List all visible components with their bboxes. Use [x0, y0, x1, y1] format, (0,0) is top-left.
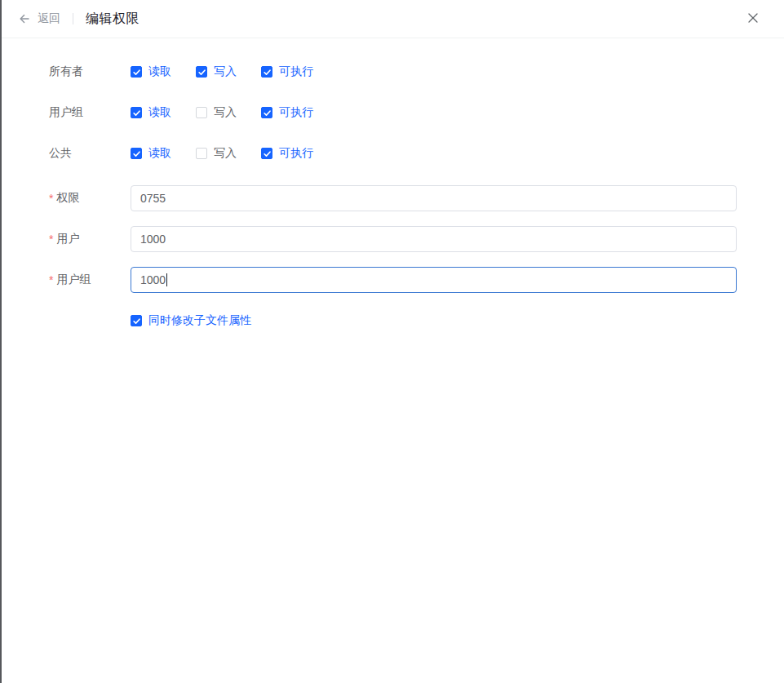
- checkbox-check-icon: [196, 107, 207, 118]
- permission-row-group: 用户组 读取 写入 可执行: [49, 104, 784, 122]
- required-asterisk: *: [49, 233, 53, 246]
- owner-read-checkbox[interactable]: 读取: [131, 64, 171, 79]
- user-input[interactable]: 1000: [131, 226, 737, 252]
- panel-header: 返回 编辑权限: [2, 0, 784, 38]
- checkbox-check-icon: [131, 107, 142, 118]
- group-read-checkbox[interactable]: 读取: [131, 105, 171, 120]
- required-asterisk: *: [49, 273, 53, 286]
- close-icon: [747, 12, 759, 26]
- checkbox-check-icon: [196, 66, 207, 78]
- group-execute-checkbox[interactable]: 可执行: [261, 105, 313, 120]
- public-read-checkbox[interactable]: 读取: [131, 146, 171, 161]
- checkbox-check-icon: [131, 66, 142, 78]
- required-asterisk: *: [49, 192, 53, 205]
- page-title: 编辑权限: [86, 11, 140, 28]
- header-divider: [73, 13, 73, 24]
- public-write-checkbox[interactable]: 写入: [196, 146, 237, 161]
- checkbox-check-icon: [131, 148, 142, 159]
- back-button[interactable]: 返回: [18, 11, 60, 26]
- field-label-usergroup: * 用户组: [49, 273, 131, 287]
- checkbox-label: 同时修改子文件属性: [148, 313, 251, 328]
- checkbox-label: 读取: [148, 105, 171, 120]
- input-value: 0755: [140, 192, 166, 205]
- field-label-text: 用户: [56, 232, 79, 246]
- checkbox-label: 写入: [214, 105, 237, 120]
- checkbox-label: 写入: [214, 64, 237, 79]
- usergroup-input[interactable]: 1000: [131, 267, 737, 293]
- permission-row-public: 公共 读取 写入 可执行: [49, 144, 784, 162]
- checkbox-check-icon: [196, 148, 207, 159]
- field-row-mode: * 权限 0755: [49, 185, 784, 211]
- permission-row-owner: 所有者 读取 写入 可执行: [49, 63, 784, 81]
- apply-to-children-checkbox[interactable]: 同时修改子文件属性: [131, 313, 251, 328]
- input-value: 1000: [140, 273, 166, 286]
- mode-input[interactable]: 0755: [131, 185, 737, 211]
- input-value: 1000: [140, 233, 166, 246]
- checkbox-check-icon: [261, 148, 272, 159]
- field-label-text: 用户组: [56, 273, 91, 287]
- text-caret: [166, 273, 167, 286]
- field-row-user: * 用户 1000: [49, 226, 784, 252]
- edit-permissions-panel: 返回 编辑权限 所有者 读取 写入 可执: [0, 0, 784, 683]
- footer-row: 同时修改子文件属性: [131, 313, 784, 328]
- field-label-user: * 用户: [49, 232, 131, 246]
- field-row-usergroup: * 用户组 1000: [49, 267, 784, 293]
- checkbox-check-icon: [131, 315, 142, 326]
- public-execute-checkbox[interactable]: 可执行: [261, 146, 313, 161]
- checkbox-label: 可执行: [279, 64, 313, 79]
- owner-write-checkbox[interactable]: 写入: [196, 64, 237, 79]
- checkbox-label: 写入: [214, 146, 237, 161]
- field-label-text: 权限: [56, 191, 79, 206]
- permissions-form: 所有者 读取 写入 可执行 用户组 读取 写入: [2, 38, 784, 328]
- group-write-checkbox[interactable]: 写入: [196, 105, 237, 120]
- checkbox-label: 可执行: [279, 146, 313, 161]
- checkbox-label: 可执行: [279, 105, 313, 120]
- arrow-left-icon: [18, 12, 31, 25]
- owner-execute-checkbox[interactable]: 可执行: [261, 64, 313, 79]
- row-label-owner: 所有者: [49, 64, 131, 79]
- row-label-group: 用户组: [49, 105, 131, 120]
- checkbox-label: 读取: [148, 146, 171, 161]
- field-label-mode: * 权限: [49, 191, 131, 206]
- back-label: 返回: [38, 11, 60, 26]
- row-label-public: 公共: [49, 146, 131, 161]
- checkbox-check-icon: [261, 66, 272, 78]
- close-button[interactable]: [745, 11, 761, 27]
- checkbox-check-icon: [261, 107, 272, 118]
- checkbox-label: 读取: [148, 64, 171, 79]
